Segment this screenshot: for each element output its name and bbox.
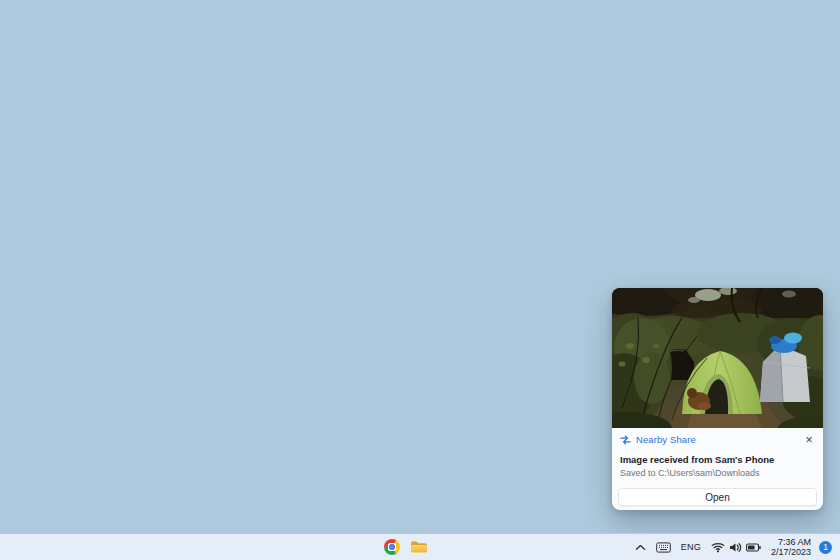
close-icon[interactable]: × [801, 431, 817, 447]
file-explorer-icon[interactable] [410, 538, 428, 556]
quick-settings[interactable] [709, 539, 763, 555]
chrome-icon[interactable] [383, 538, 401, 556]
clock[interactable]: 7:36 AM 2/17/2023 [769, 535, 813, 559]
notification-title: Image received from Sam's Phone [618, 451, 817, 466]
open-button[interactable]: Open [618, 488, 817, 506]
notification-count-badge[interactable]: 1 [819, 541, 832, 554]
language-indicator[interactable]: ENG [679, 540, 703, 554]
chrome-logo [384, 539, 400, 555]
volume-icon [729, 542, 742, 553]
system-tray: ENG [633, 534, 832, 560]
desktop[interactable]: Nearby Share × Image received from Sam's… [0, 0, 840, 560]
time-label: 7:36 AM [778, 537, 811, 547]
notification-app-name: Nearby Share [636, 434, 696, 445]
taskbar: ENG [0, 533, 840, 560]
date-label: 2/17/2023 [771, 547, 811, 557]
folder-glyph [410, 540, 428, 554]
battery-icon [746, 542, 761, 553]
touch-keyboard-icon[interactable] [654, 540, 673, 555]
chevron-up-icon[interactable] [633, 542, 648, 553]
nearby-share-notification[interactable]: Nearby Share × Image received from Sam's… [612, 288, 823, 510]
notification-body: Nearby Share × Image received from Sam's… [612, 428, 823, 506]
received-image-preview [612, 288, 823, 428]
nearby-share-icon [620, 435, 631, 445]
taskbar-center [383, 534, 428, 560]
notification-header: Nearby Share × [618, 428, 817, 451]
notification-subtitle: Saved to C:\Users\sam\Downloads [618, 466, 817, 479]
wifi-icon [711, 541, 725, 553]
